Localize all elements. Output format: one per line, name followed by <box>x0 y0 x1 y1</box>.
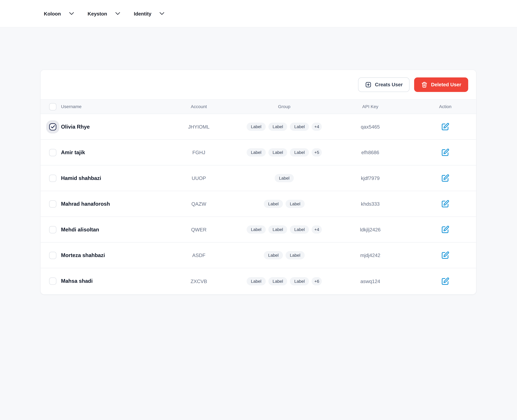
api-key-text: mjdj4242 <box>360 253 380 258</box>
api-key-text: qax5465 <box>361 124 380 129</box>
edit-button[interactable] <box>441 225 449 234</box>
nav-item-label: Keyston <box>88 11 107 16</box>
group-label-chip: Label <box>264 251 283 259</box>
row-checkbox[interactable] <box>49 174 56 182</box>
top-nav-bar: Koloon Keyston Identity <box>0 0 517 27</box>
group-label-chip: Label <box>290 148 309 157</box>
nav-item-label: Identity <box>134 11 151 16</box>
row-checkbox[interactable] <box>49 200 56 207</box>
account-text: QAZW <box>191 201 206 207</box>
create-user-button[interactable]: Creats User <box>358 77 410 92</box>
column-header-account: Account <box>169 104 228 109</box>
column-header-api-key: API Key <box>340 104 401 109</box>
api-key-text: efh8686 <box>361 150 379 155</box>
table-header-row: Username Account Group API Key Action <box>40 99 476 114</box>
nav-item-koloon[interactable]: Koloon <box>44 11 74 16</box>
row-checkbox[interactable] <box>49 149 56 156</box>
account-text: JHYIOML <box>188 124 210 129</box>
group-chips: LabelLabel <box>228 251 340 259</box>
delete-user-button[interactable]: Deleted User <box>414 77 468 92</box>
nav-item-identity[interactable]: Identity <box>134 11 164 16</box>
edit-pencil-square-icon <box>441 123 449 131</box>
column-header-username: Username <box>60 104 169 109</box>
app-root: Koloon Keyston Identity <box>0 0 517 365</box>
account-text: FGHJ <box>192 150 205 155</box>
group-label-chip: Label <box>285 251 304 259</box>
edit-button[interactable] <box>441 174 449 182</box>
username-text: Morteza shahbazi <box>61 252 105 258</box>
create-user-label: Creats User <box>375 82 403 87</box>
account-text: UUOP <box>192 175 206 181</box>
chevron-down-icon <box>115 12 120 15</box>
column-header-group: Group <box>228 104 340 109</box>
account-text: ASDF <box>192 253 205 258</box>
edit-button[interactable] <box>441 123 449 131</box>
group-label-chip: Label <box>268 277 287 285</box>
group-chips: LabelLabelLabel+6 <box>228 277 340 285</box>
username-text: Olivia Rhye <box>61 124 90 130</box>
nav-item-keyston[interactable]: Keyston <box>88 11 120 16</box>
api-key-text: kjdf7979 <box>361 175 380 181</box>
edit-pencil-square-icon <box>441 200 449 208</box>
group-label-chip: Label <box>247 148 266 157</box>
group-more-chip: +4 <box>312 123 322 131</box>
api-key-text: ldkjlj2426 <box>360 227 380 232</box>
group-label-chip: Label <box>290 277 309 285</box>
edit-button[interactable] <box>441 200 449 208</box>
table-row: Mahrad hanaforosh QAZW LabelLabel khds33… <box>40 191 476 217</box>
table-body: Olivia Rhye JHYIOML LabelLabelLabel+4 qa… <box>40 114 476 294</box>
group-chips: LabelLabelLabel+4 <box>228 225 340 234</box>
edit-pencil-square-icon <box>441 277 449 285</box>
group-more-chip: +6 <box>312 277 322 285</box>
group-label-chip: Label <box>268 225 287 234</box>
edit-pencil-square-icon <box>441 148 449 157</box>
account-text: ZXCVB <box>190 278 207 284</box>
trash-icon <box>421 81 428 88</box>
group-label-chip: Label <box>290 123 309 131</box>
chevron-down-icon <box>160 12 164 15</box>
nav-item-label: Koloon <box>44 11 61 16</box>
username-text: Mahsa shadi <box>61 278 93 284</box>
username-text: Mehdi alisoltan <box>61 226 99 232</box>
table-row: Hamid shahbazi UUOP Label kjdf7979 <box>40 165 476 191</box>
card-toolbar: Creats User Deleted User <box>40 70 476 99</box>
select-all-checkbox[interactable] <box>49 103 56 110</box>
table-row: Amir tajik FGHJ LabelLabelLabel+5 efh868… <box>40 140 476 165</box>
page-body: Creats User Deleted User Username Accoun… <box>0 27 517 295</box>
group-label-chip: Label <box>247 277 266 285</box>
edit-button[interactable] <box>441 251 449 259</box>
row-checkbox[interactable] <box>49 226 56 233</box>
row-checkbox[interactable] <box>49 278 56 285</box>
top-nav: Koloon Keyston Identity <box>44 11 164 16</box>
group-label-chip: Label <box>247 123 266 131</box>
account-text: QWER <box>191 227 206 232</box>
group-chips: LabelLabelLabel+4 <box>228 123 340 131</box>
group-label-chip: Label <box>285 200 304 208</box>
api-key-text: aswq124 <box>360 278 380 284</box>
edit-button[interactable] <box>441 277 449 285</box>
users-card: Creats User Deleted User Username Accoun… <box>40 69 477 295</box>
delete-user-label: Deleted User <box>431 82 461 87</box>
edit-pencil-square-icon <box>441 251 449 259</box>
column-header-action: Action <box>401 104 476 109</box>
group-label-chip: Label <box>268 123 287 131</box>
table-row: Mehdi alisoltan QWER LabelLabelLabel+4 l… <box>40 217 476 243</box>
edit-pencil-square-icon <box>441 174 449 182</box>
edit-button[interactable] <box>441 148 449 157</box>
table-row: Olivia Rhye JHYIOML LabelLabelLabel+4 qa… <box>40 114 476 140</box>
plus-square-icon <box>365 81 372 88</box>
username-text: Hamid shahbazi <box>61 175 101 181</box>
group-label-chip: Label <box>275 174 294 182</box>
row-checkbox[interactable] <box>49 123 56 130</box>
group-label-chip: Label <box>268 148 287 157</box>
group-label-chip: Label <box>290 225 309 234</box>
group-chips: LabelLabel <box>228 200 340 208</box>
group-more-chip: +4 <box>312 225 322 234</box>
edit-pencil-square-icon <box>441 225 449 234</box>
group-more-chip: +5 <box>312 148 322 157</box>
group-chips: Label <box>228 174 340 182</box>
row-checkbox[interactable] <box>49 252 56 259</box>
group-chips: LabelLabelLabel+5 <box>228 148 340 157</box>
group-label-chip: Label <box>264 200 283 208</box>
table-row: Mahsa shadi ZXCVB LabelLabelLabel+6 aswq… <box>40 268 476 294</box>
